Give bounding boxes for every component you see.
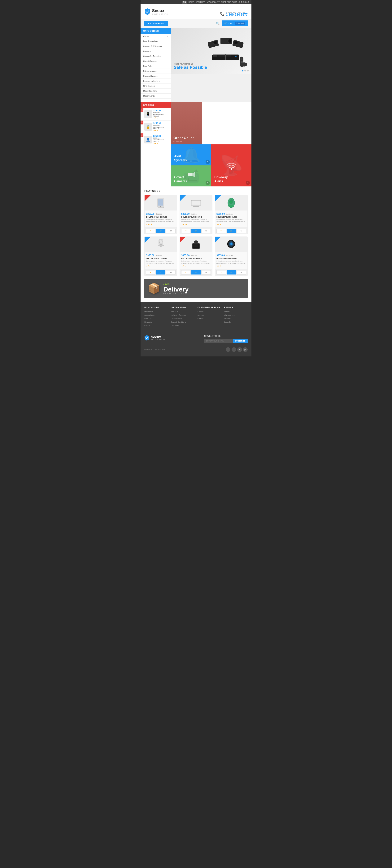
category-tile-driveway-alerts[interactable]: 📡 Driveway Alerts › [211, 145, 251, 186]
language-selector[interactable]: EN [182, 1, 187, 4]
category-tile-alert-systems[interactable]: 🔔 Alert Systems › [171, 145, 211, 165]
wishlist-btn-1[interactable]: ★ [146, 229, 156, 233]
add-to-cart-btn-4[interactable]: 🛒 [156, 270, 166, 275]
compare-btn-2[interactable]: ⊞ [201, 229, 211, 233]
sidebar-link-camera-drill[interactable]: Camera Drill Systems [141, 44, 171, 49]
sidebar-item-camera-drill[interactable]: Camera Drill Systems [141, 44, 171, 49]
add-to-cart-btn-3[interactable]: 🛒 [227, 229, 236, 233]
sidebar-item-motion[interactable]: Motion Lights [141, 94, 171, 99]
sidebar-link-door-bells[interactable]: Door Bells [141, 64, 171, 69]
sidebar-link-alarms[interactable]: Alarms [141, 34, 171, 39]
footer-link-newsletter[interactable]: Newsletter [144, 320, 168, 324]
compare-btn-4[interactable]: ⊞ [166, 270, 175, 275]
wishlist-btn-3[interactable]: ★ [217, 229, 226, 233]
footer-link-contact[interactable]: Contact Us [171, 324, 194, 327]
sidebar-item-gps[interactable]: GPS Trackers [141, 84, 171, 89]
featured-section: FEATURED $355.00 $410.00 DOLORE IPSUM CO… [141, 186, 251, 279]
compare-btn-3[interactable]: ⊞ [236, 229, 246, 233]
footer-col-title-extras: EXTRAS [224, 306, 248, 309]
newsletter-email-input[interactable] [204, 339, 233, 343]
footer-link-specials[interactable]: Specials [224, 320, 248, 324]
top-nav-cart[interactable]: SHOPPING CART [221, 1, 237, 3]
sidebar-link-driveway[interactable]: Driveway Alerts [141, 69, 171, 73]
special-item-1[interactable]: NEW 📱 $250.99 $350.00 ALIDU DOLOR TELLUS… [141, 108, 171, 121]
newsletter-subscribe-btn[interactable]: SUBSCRIBE [233, 339, 248, 343]
sidebar-item-dummy[interactable]: Dummy Cameras [141, 74, 171, 79]
sidebar-link-door-annunciator[interactable]: Door Annunciator [141, 39, 171, 44]
tile-arrow-driveway[interactable]: › [246, 181, 250, 185]
special-item-2[interactable]: NEW 🔒 $250.99 $350.00 ALIDU DOLOR TELLUS… [141, 121, 171, 133]
footer-brand-text: Secux ONLINE STORE [151, 335, 165, 341]
sidebar-item-emergency[interactable]: Emergency Lighting [141, 79, 171, 84]
add-to-cart-btn-5[interactable]: 🛒 [191, 270, 201, 275]
compare-btn-6[interactable]: ⊞ [236, 270, 246, 275]
social-facebook-icon[interactable]: f [226, 347, 230, 352]
social-twitter-icon[interactable]: t [231, 347, 236, 352]
tile-arrow-alert[interactable]: › [205, 160, 210, 164]
sidebar-item-door-annunciator[interactable]: Door Annunciator [141, 39, 171, 44]
sidebar-link-covert[interactable]: Covert Cameras [141, 59, 171, 64]
special-item-3[interactable]: NEW 👤 $250.99 $350.00 ALIDU DOLOR TELLUS… [141, 133, 171, 146]
sidebar-link-dummy[interactable]: Dummy Cameras [141, 74, 171, 79]
driveway-wifi-icon [226, 160, 237, 170]
product-badge-5 [180, 237, 186, 243]
footer-link-terms[interactable]: Terms & Conditions [171, 320, 194, 324]
logo-text: Secux ONLINE STORE [152, 8, 168, 15]
cart-button[interactable]: 🛒 CART: 3 item(s) [222, 21, 248, 26]
logo-area[interactable]: Secux ONLINE STORE [144, 8, 168, 15]
order-online-banner[interactable]: Order Online 01-01-0100 [171, 102, 202, 145]
top-nav-wishlist[interactable]: WISH LIST [196, 1, 205, 3]
sidebar-item-cameras[interactable]: Cameras [141, 49, 171, 54]
social-instagram-icon[interactable]: in [237, 347, 242, 352]
footer-link-wishlist[interactable]: Wish List [144, 317, 168, 320]
top-nav-account[interactable]: MY ACCOUNT [207, 1, 220, 3]
wishlist-btn-6[interactable]: ★ [217, 270, 226, 275]
promo-section: SPECIALS NEW 📱 $250.99 $350.00 ALIDU DOL… [141, 102, 251, 186]
dot-2[interactable] [244, 70, 246, 71]
footer-logo[interactable]: Secux ONLINE STORE [144, 335, 165, 341]
wishlist-btn-4[interactable]: ★ [146, 270, 156, 275]
search-button[interactable]: 🔍 [216, 22, 220, 25]
categories-button[interactable]: CATEGORIES [144, 21, 168, 26]
compare-btn-5[interactable]: ⊞ [201, 270, 211, 275]
sidebar-link-counterfeit[interactable]: Counterfeit Detection [141, 54, 171, 59]
sidebar-link-cameras[interactable]: Cameras [141, 49, 171, 54]
sidebar-item-covert[interactable]: Covert Cameras [141, 59, 171, 64]
footer-link-findus[interactable]: Find Us [198, 310, 221, 313]
sidebar-link-emergency[interactable]: Emergency Lighting [141, 79, 171, 84]
top-nav-home[interactable]: HOME [189, 1, 194, 3]
footer-link-brands[interactable]: Brands [224, 310, 248, 313]
footer-link-affiliates[interactable]: Affiliates [224, 317, 248, 320]
sidebar-item-alarms[interactable]: Alarms [141, 34, 171, 39]
wishlist-btn-5[interactable]: ★ [181, 270, 191, 275]
add-to-cart-btn-6[interactable]: 🛒 [227, 270, 236, 275]
sidebar-item-counterfeit[interactable]: Counterfeit Detection [141, 54, 171, 59]
footer-link-sitemap[interactable]: Sitemap [198, 313, 221, 317]
footer-link-returns[interactable]: Returns [144, 324, 168, 327]
footer-link-about[interactable]: About Us [171, 310, 194, 313]
footer-link-orderhistory[interactable]: Order History [144, 313, 168, 317]
sidebar-item-door-bells[interactable]: Door Bells [141, 64, 171, 69]
footer-link-myaccount[interactable]: My Account [144, 310, 168, 313]
dot-1[interactable] [242, 70, 244, 71]
special-name-3: ALIDU DOLOR TELLUS [153, 139, 169, 143]
sidebar-link-gps[interactable]: GPS Trackers [141, 84, 171, 88]
dot-3[interactable] [247, 70, 249, 71]
compare-btn-1[interactable]: ⊞ [166, 229, 175, 233]
add-to-cart-btn-2[interactable]: 🛒 [191, 229, 201, 233]
social-googleplus-icon[interactable]: g+ [243, 347, 248, 352]
tile-arrow-covert[interactable]: › [205, 181, 210, 185]
product-name-3: DOLORE IPSUM COMMIS [217, 216, 246, 218]
footer-link-delivery[interactable]: Delivery Information [171, 313, 194, 317]
sidebar-link-metal[interactable]: Metal Detectors [141, 89, 171, 93]
footer-link-giftvouchers[interactable]: Gift Vouchers [224, 313, 248, 317]
top-nav-checkout[interactable]: CHECKOUT [239, 1, 249, 3]
add-to-cart-btn-1[interactable]: 🛒 [156, 229, 166, 233]
footer-link-privacy[interactable]: Privacy Policy [171, 317, 194, 320]
category-tile-covert-cameras[interactable]: 📹 Covert Cameras › [171, 165, 211, 186]
sidebar-item-driveway[interactable]: Driveway Alerts [141, 69, 171, 74]
sidebar-item-metal[interactable]: Metal Detectors [141, 89, 171, 94]
wishlist-btn-2[interactable]: ★ [181, 229, 191, 233]
footer-link-contact2[interactable]: Contact [198, 317, 221, 320]
sidebar-link-motion[interactable]: Motion Lights [141, 94, 171, 98]
